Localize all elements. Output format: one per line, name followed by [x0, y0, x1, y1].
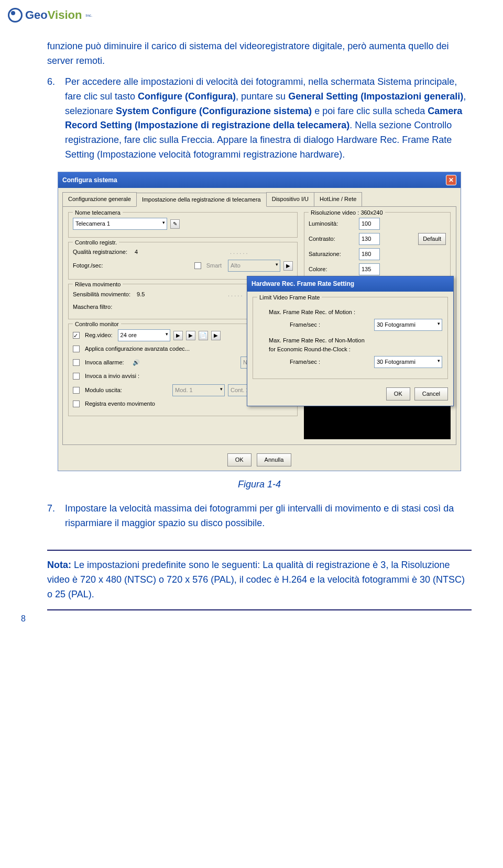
rec-video-arrow-3-icon[interactable]: ▶: [211, 331, 221, 340]
mod-combo[interactable]: Mod. 1: [172, 384, 225, 396]
max-nonmotion-a: Max. Frame Rate Rec. of Non-Motion: [269, 336, 442, 345]
figure-wrapper: Configura sistema ✕ Configurazione gener…: [47, 172, 472, 471]
group-title-resolution: Risoluzione video : 360x240: [309, 208, 385, 217]
fps-label: Fotogr./sec:: [73, 261, 103, 270]
color-input[interactable]: 135: [359, 263, 380, 275]
alarm-label: Invoca allarme:: [85, 358, 124, 367]
motion-sens-value: 9.5: [137, 290, 145, 299]
hardware-rec-window: Hardware Rec. Frame Rate Setting Limit V…: [247, 276, 454, 406]
tab-io[interactable]: Dispositivo I/U: [266, 192, 314, 206]
tab-camera-record[interactable]: Impostazione della registrazione di tele…: [136, 193, 267, 207]
logo-icon: [8, 8, 23, 23]
group-title-monitor: Controllo monitor: [73, 320, 121, 329]
fps-nonmotion-combo[interactable]: 30 Fotogrammi: [374, 356, 442, 368]
motion-sens-label: Sensibilità movimento:: [73, 290, 130, 299]
record-event-label: Registra evento movimento: [85, 399, 155, 408]
tab-strip: Configurazione generale Impostazione del…: [58, 188, 461, 206]
group-rec-control: Controllo registr. Qualità registrazione…: [68, 242, 298, 280]
codec-label: Applica configurazione avanzata codec...: [85, 344, 190, 353]
rec-quality-label: Qualità registrazione:: [73, 248, 127, 257]
send-checkbox[interactable]: [73, 373, 80, 380]
group-title-motion: Rileva movimento: [73, 280, 123, 289]
figure-caption: Figura 1-4: [47, 477, 472, 492]
item6-text-c: , puntare su: [236, 91, 288, 102]
saturation-input[interactable]: 180: [359, 248, 380, 260]
camera-edit-icon[interactable]: ✎: [170, 219, 180, 229]
paragraph-intro: funzione può diminuire il carico di sist…: [47, 39, 472, 69]
note-label: Nota:: [47, 560, 71, 570]
list-number-6: 6.: [47, 75, 59, 162]
brightness-label: Luminosità:: [309, 219, 356, 228]
tab-hotline[interactable]: HotLine / Rete: [314, 192, 362, 206]
speaker-icon[interactable]: 🔊: [133, 358, 140, 367]
note-box: Nota: Le impostazioni predefinite sono l…: [47, 550, 472, 610]
limit-frame-title: Limit Video Frame Rate: [257, 293, 322, 302]
list-item-7: 7. Impostare la velocità massima dei fot…: [47, 502, 472, 531]
item6-bold-system: System Configure (Configurazione sistema…: [116, 106, 312, 116]
send-label: Invoca a invio avvisi :: [85, 372, 139, 381]
list-body-6: Per accedere alle impostazioni di veloci…: [65, 75, 472, 162]
rec-video-arrow-1-icon[interactable]: ▶: [173, 331, 183, 340]
rec-video-checkbox[interactable]: [73, 332, 80, 339]
item6-bold-general: General Setting (Impostazioni generali): [288, 91, 463, 102]
codec-checkbox[interactable]: [73, 346, 80, 352]
mask-filter-label: Maschera filtro:: [73, 303, 112, 311]
camera-select[interactable]: Telecamera 1: [73, 218, 167, 230]
output-checkbox[interactable]: [73, 387, 80, 394]
brightness-input[interactable]: 100: [359, 218, 380, 230]
alarm-checkbox[interactable]: [73, 359, 80, 366]
output-label: Modulo uscita:: [85, 386, 122, 395]
rec-quality-value: 4: [135, 248, 138, 257]
record-event-checkbox[interactable]: [73, 400, 80, 407]
logo-inc: Inc.: [85, 13, 92, 18]
list-item-6: 6. Per accedere alle impostazioni di vel…: [47, 75, 472, 162]
fps-motion-label: Frame/sec :: [290, 320, 374, 329]
fps-nonmotion-label: Frame/sec :: [290, 358, 374, 366]
saturation-label: Saturazione:: [309, 250, 356, 259]
max-motion-label: Max. Frame Rate Rec. of Motion :: [269, 308, 442, 317]
logo-text: GeoVision: [25, 8, 82, 22]
sub-title: Hardware Rec. Frame Rate Setting: [252, 279, 354, 289]
logo: GeoVision Inc.: [8, 8, 92, 23]
group-title-camera-name: Nome telecamera: [73, 208, 123, 217]
contrast-label: Contrasto:: [309, 235, 356, 243]
list-body-7: Impostare la velocità massima dei fotogr…: [65, 502, 472, 531]
smart-label: Smart: [206, 261, 222, 270]
config-title: Configura sistema: [62, 175, 117, 185]
max-nonmotion-b: for Economic Round-the-Clock :: [269, 345, 442, 354]
smart-checkbox[interactable]: [194, 262, 201, 269]
rec-video-doc-icon[interactable]: 📄: [199, 331, 208, 340]
tab-general[interactable]: Configurazione generale: [62, 192, 137, 206]
rec-video-arrow-2-icon[interactable]: ▶: [186, 331, 195, 340]
item6-text-g: e poi fare clic sulla scheda: [312, 106, 428, 116]
ok-button[interactable]: OK: [227, 453, 252, 466]
limit-frame-group: Limit Video Frame Rate Max. Frame Rate R…: [253, 297, 448, 379]
color-label: Colore:: [309, 265, 356, 274]
fps-arrow-icon[interactable]: ▶: [283, 261, 293, 271]
page-number: 8: [21, 614, 26, 624]
group-camera-name: Nome telecamera Telecamera 1 ✎: [68, 212, 298, 238]
list-number-7: 7.: [47, 502, 59, 531]
config-buttons: OK Annulla: [58, 449, 461, 471]
config-window: Configura sistema ✕ Configurazione gener…: [58, 172, 461, 471]
fps-motion-combo[interactable]: 30 Fotogrammi: [374, 319, 442, 331]
close-icon[interactable]: ✕: [446, 175, 456, 185]
sub-cancel-button[interactable]: Cancel: [414, 387, 448, 400]
sub-ok-button[interactable]: OK: [386, 387, 410, 400]
item6-bold-configure: Configure (Configura): [138, 91, 236, 102]
group-resolution: Risoluzione video : 360x240 Luminosità:1…: [304, 212, 451, 283]
rec-video-combo[interactable]: 24 ore: [118, 329, 170, 341]
cancel-button[interactable]: Annulla: [257, 453, 292, 466]
group-title-rec-control: Controllo registr.: [73, 238, 119, 247]
note-text: Le impostazioni predefinite sono le segu…: [47, 560, 465, 599]
sub-buttons: OK Cancel: [247, 384, 453, 406]
sub-titlebar: Hardware Rec. Frame Rate Setting: [247, 276, 453, 292]
rec-video-label: Reg.video:: [85, 331, 113, 340]
config-titlebar: Configura sistema ✕: [58, 172, 461, 188]
default-button[interactable]: Default: [418, 233, 446, 245]
fps-combo[interactable]: Alto: [228, 260, 280, 272]
contrast-input[interactable]: 130: [359, 233, 380, 245]
